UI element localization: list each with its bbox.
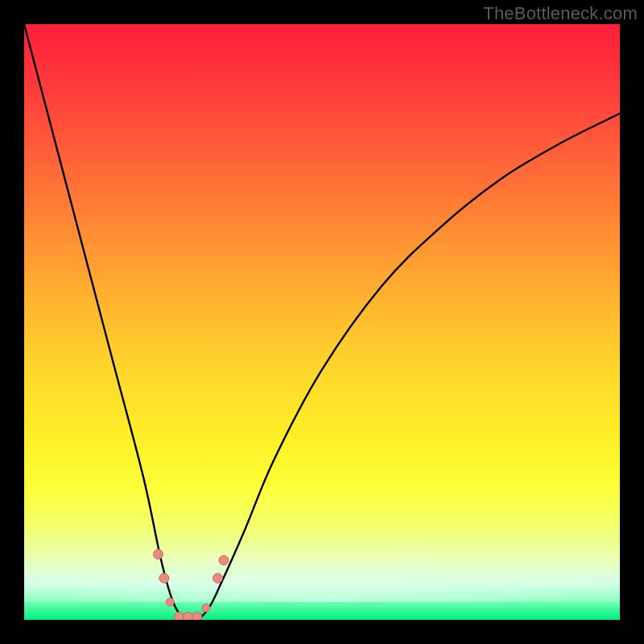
plot-area — [24, 24, 620, 620]
trough-markers — [154, 550, 229, 620]
trough-marker — [184, 612, 193, 620]
trough-marker — [219, 555, 229, 565]
trough-marker — [166, 598, 174, 606]
outer-frame: TheBottleneck.com — [0, 0, 644, 644]
trough-marker — [159, 573, 169, 583]
trough-marker — [154, 550, 163, 559]
bottleneck-curve — [24, 24, 620, 620]
trough-marker — [192, 612, 202, 620]
trough-marker — [213, 573, 223, 583]
curve-svg — [24, 24, 620, 620]
trough-marker — [202, 604, 210, 612]
watermark-text: TheBottleneck.com — [483, 3, 638, 24]
trough-marker — [174, 612, 184, 620]
